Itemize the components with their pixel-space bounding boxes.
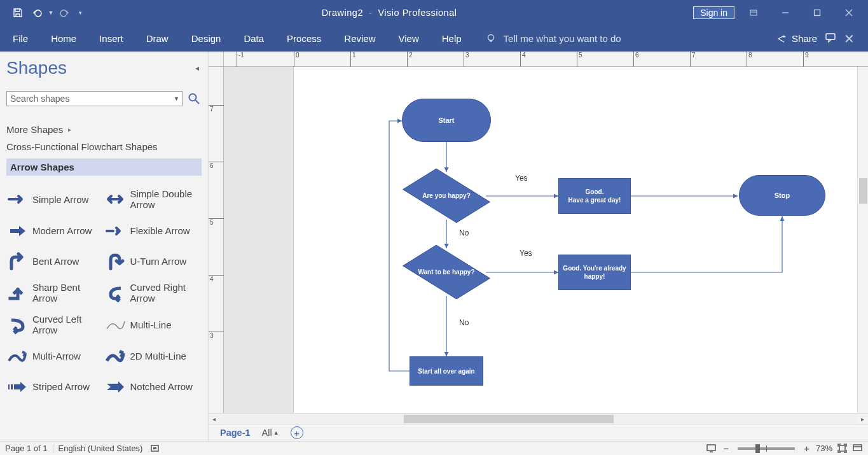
ribbon: File Home Insert Draw Design Data Proces… — [0, 25, 868, 52]
shape-process-good-day[interactable]: Good.Have a great day! — [558, 178, 631, 214]
page-surface[interactable]: Start Are you happy? Yes No Good.Have a … — [294, 67, 868, 413]
shape-process-start-over[interactable]: Start all over again — [410, 356, 483, 386]
tab-insert[interactable]: Insert — [88, 27, 135, 50]
horizontal-ruler[interactable]: -1 0 1 2 3 4 5 6 7 8 9 — [224, 52, 868, 67]
drawing-canvas[interactable]: Start Are you happy? Yes No Good.Have a … — [224, 67, 868, 413]
shape-curved-left-arrow[interactable]: Curved Left Arrow — [6, 309, 104, 341]
shape-curved-right-arrow[interactable]: Curved Right Arrow — [104, 277, 202, 309]
search-dropdown-icon[interactable]: ▼ — [174, 95, 179, 102]
page-indicator[interactable]: Page 1 of 1 — [5, 444, 48, 453]
horizontal-scrollbar[interactable]: ◂ ▸ — [209, 413, 868, 424]
shape-notched-arrow[interactable]: Notched Arrow — [104, 372, 202, 402]
title-bar: ▼ ▾ Drawing2 - Visio Professional Sign i… — [0, 0, 868, 25]
ribbon-display-options-button[interactable] — [741, 3, 766, 22]
minimize-button[interactable] — [773, 3, 798, 22]
connectors-layer — [294, 67, 868, 413]
label-no-2: No — [459, 318, 469, 327]
language-indicator[interactable]: English (United States) — [59, 444, 143, 453]
shape-stop[interactable]: Stop — [739, 175, 825, 216]
tab-home[interactable]: Home — [39, 27, 88, 50]
shape-simple-arrow[interactable]: Simple Arrow — [6, 183, 104, 216]
search-icon — [188, 92, 200, 105]
shape-start[interactable]: Start — [402, 99, 491, 142]
shape-decision-happy[interactable]: Are you happy? — [408, 172, 485, 220]
all-pages-button[interactable]: All ▲ — [262, 428, 279, 438]
label-no-1: No — [459, 228, 469, 237]
tab-data[interactable]: Data — [232, 27, 275, 50]
redo-button[interactable] — [56, 4, 74, 22]
label-yes-1: Yes — [515, 174, 528, 183]
svg-rect-3 — [815, 10, 820, 16]
collapse-ribbon-button[interactable]: ✕ — [836, 31, 862, 46]
presentation-mode-icon[interactable] — [705, 443, 717, 454]
shape-modern-arrow[interactable]: Modern Arrow — [6, 216, 104, 246]
shape-simple-double-arrow[interactable]: Simple Double Arrow — [104, 183, 202, 216]
window-controls: Sign in — [693, 3, 868, 22]
shape-multi-arrow[interactable]: Multi-Arrow — [6, 341, 104, 372]
macro-record-icon[interactable] — [149, 443, 160, 454]
undo-button[interactable] — [28, 4, 46, 22]
tab-help[interactable]: Help — [431, 27, 473, 50]
chevron-right-icon: ▸ — [68, 126, 71, 133]
tell-me-search[interactable]: Tell me what you want to do — [473, 33, 621, 45]
svg-point-6 — [488, 34, 493, 40]
signin-button[interactable]: Sign in — [693, 6, 734, 19]
share-button[interactable]: Share — [776, 33, 817, 45]
vertical-scrollbar[interactable] — [857, 67, 868, 413]
shape-process-already-happy[interactable]: Good. You're alreadyhappy! — [558, 255, 631, 290]
zoom-in-button[interactable]: + — [801, 443, 812, 454]
add-page-button[interactable]: + — [291, 426, 303, 439]
comment-icon — [825, 32, 836, 43]
close-button[interactable] — [836, 3, 862, 22]
tab-design[interactable]: Design — [180, 27, 233, 50]
scroll-right-button[interactable]: ▸ — [857, 414, 868, 424]
shape-decision-want-happy[interactable]: Want to be happy? — [408, 248, 485, 296]
maximize-button[interactable] — [804, 3, 830, 22]
shapes-pane-title: Shapes — [6, 58, 67, 78]
svg-rect-12 — [11, 384, 13, 389]
search-button[interactable] — [186, 91, 202, 106]
canvas-area: -1 0 1 2 3 4 5 6 7 8 9 7 6 5 4 3 — [209, 52, 868, 441]
svg-rect-23 — [839, 445, 845, 451]
status-bar: Page 1 of 1 English (United States) − + … — [0, 441, 868, 455]
comments-button[interactable] — [825, 32, 836, 45]
collapse-pane-icon[interactable]: ◂ — [195, 64, 202, 73]
svg-point-9 — [189, 94, 196, 101]
shape-flexible-arrow[interactable]: Flexible Arrow — [104, 216, 202, 246]
label-yes-2: Yes — [520, 249, 532, 258]
zoom-level[interactable]: 73% — [816, 444, 832, 453]
stencil-arrow-shapes[interactable]: Arrow Shapes — [6, 158, 202, 176]
tab-view[interactable]: View — [387, 27, 430, 50]
tab-file[interactable]: File — [1, 27, 39, 50]
vertical-ruler[interactable]: 7 6 5 4 3 — [209, 67, 224, 413]
shape-multi-line[interactable]: Multi-Line — [104, 309, 202, 341]
lightbulb-icon — [486, 33, 497, 45]
shape-striped-arrow[interactable]: Striped Arrow — [6, 372, 104, 402]
tab-review[interactable]: Review — [333, 27, 387, 50]
page-tab-1[interactable]: Page-1 — [220, 428, 251, 438]
full-screen-button[interactable] — [851, 443, 863, 454]
shape-bent-arrow[interactable]: Bent Arrow — [6, 246, 104, 277]
shape-uturn-arrow[interactable]: U-Turn Arrow — [104, 246, 202, 277]
svg-rect-8 — [826, 34, 835, 39]
zoom-out-button[interactable]: − — [720, 443, 731, 454]
scroll-thumb[interactable] — [404, 415, 614, 423]
shape-sharp-bent-arrow[interactable]: Sharp Bent Arrow — [6, 277, 104, 309]
scroll-left-button[interactable]: ◂ — [209, 414, 219, 424]
svg-rect-11 — [8, 384, 10, 389]
search-shapes-input[interactable]: Search shapes ▼ — [6, 91, 183, 106]
save-button[interactable] — [9, 4, 27, 22]
chevron-up-icon: ▲ — [273, 430, 279, 436]
window-title: Drawing2 - Visio Professional — [85, 8, 693, 18]
svg-rect-24 — [853, 445, 862, 451]
fit-page-button[interactable] — [836, 443, 848, 454]
tab-draw[interactable]: Draw — [135, 27, 180, 50]
tab-process[interactable]: Process — [275, 27, 333, 50]
more-shapes-menu[interactable]: More Shapes▸ — [6, 124, 202, 135]
stencil-cross-functional[interactable]: Cross-Functional Flowchart Shapes — [6, 141, 202, 152]
qat-customize-icon[interactable]: ▾ — [75, 4, 85, 22]
zoom-slider[interactable] — [738, 447, 795, 450]
undo-dropdown-icon[interactable]: ▼ — [47, 4, 55, 22]
shape-2d-multi-line[interactable]: 2D Multi-Line — [104, 341, 202, 372]
quick-access-toolbar: ▼ ▾ — [0, 4, 85, 22]
